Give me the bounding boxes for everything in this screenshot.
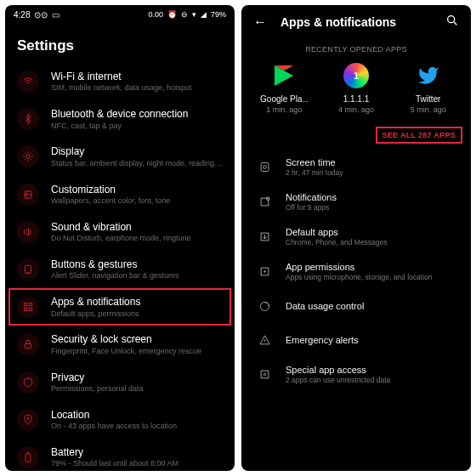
item-title: Location: [51, 409, 223, 421]
settings-item-customization[interactable]: CustomizationWallpapers, accent color, f…: [8, 176, 231, 213]
item-title: Buttons & gestures: [51, 258, 223, 270]
app-name: Google Pla‥: [254, 94, 314, 104]
settings-item-location[interactable]: LocationOn - 43 apps have access to loca…: [8, 401, 231, 439]
app-time: 5 min. ago: [399, 105, 458, 114]
settings-item-buttons[interactable]: Buttons & gesturesAlert Slider, navigati…: [8, 251, 231, 288]
sub-title: Emergency alerts: [286, 335, 457, 345]
item-title: Sound & vibration: [51, 221, 223, 233]
svg-rect-9: [26, 454, 31, 462]
battery-icon: [17, 446, 39, 468]
see-all-apps-button[interactable]: SEE ALL 287 APPS: [377, 128, 462, 142]
card-icon: ▭: [52, 10, 60, 20]
sub-title: Data usage control: [286, 301, 457, 311]
special-access-icon: [255, 366, 274, 384]
item-title: Bluetooth & device connection: [51, 108, 223, 120]
data-usage-icon: [255, 297, 274, 315]
sub-sub: Off for 5 apps: [286, 203, 457, 212]
svg-point-11: [448, 16, 455, 23]
svg-rect-7: [26, 344, 31, 348]
sub-title: Screen time: [286, 157, 457, 167]
item-title: Security & lock screen: [51, 333, 223, 345]
item-sub: Do Not Disturb, earphone mode, ringtone: [51, 234, 223, 243]
item-sub: Status bar, ambient display, night mode,…: [51, 159, 223, 168]
svg-rect-3: [24, 303, 27, 307]
screen-time-icon: [255, 158, 274, 177]
sub-sub: 2 hr, 47 min today: [286, 168, 457, 177]
sub-title: Notifications: [286, 192, 457, 202]
wifi-icon: ▾: [192, 10, 196, 19]
settings-item-security[interactable]: Security & lock screenFingerprint, Face …: [8, 326, 231, 363]
item-title: Display: [51, 145, 223, 157]
wifi-icon: [17, 71, 39, 93]
notifications-icon: [255, 193, 274, 212]
display-icon: [17, 145, 39, 167]
sub-item-notifications[interactable]: NotificationsOff for 5 apps: [246, 184, 466, 219]
apps-icon: [17, 296, 39, 318]
settings-item-display[interactable]: DisplayStatus bar, ambient display, nigh…: [8, 138, 231, 175]
recent-app-twitter[interactable]: Twitter 5 min. ago: [399, 62, 458, 114]
voicemail-icon: ⊙⊙: [34, 10, 48, 20]
settings-item-battery[interactable]: Battery79% - Should last until about 8:0…: [8, 439, 231, 471]
item-sub: 79% - Should last until about 8:00 AM: [51, 459, 223, 468]
sub-item-app-permissions[interactable]: App permissionsApps using microphone, st…: [246, 254, 466, 289]
emergency-icon: [255, 331, 274, 349]
item-sub: Fingerprint, Face Unlock, emergency resc…: [51, 347, 223, 356]
sub-item-special-access[interactable]: Special app access2 apps can use unrestr…: [246, 357, 466, 392]
bluetooth-icon: [17, 108, 39, 130]
lock-icon: [17, 333, 39, 355]
svg-rect-6: [29, 308, 32, 311]
recent-app-play[interactable]: Google Pla‥ 1 min. ago: [254, 62, 314, 114]
dnd-icon: ⊖: [181, 10, 188, 19]
recent-app-1111[interactable]: 1 1.1.1.1 4 min. ago: [326, 62, 386, 114]
search-icon[interactable]: [445, 14, 459, 30]
status-bar: 4:28 ⊙⊙ ▭ 0.00 ⏰ ⊖ ▾ ◢ 79%: [5, 5, 235, 24]
location-icon: [17, 409, 39, 431]
customization-icon: [17, 184, 39, 206]
settings-item-wifi[interactable]: Wi-Fi & internetSIM, mobile network, dat…: [8, 63, 231, 100]
header: ← Apps & notifications: [241, 5, 471, 38]
svg-rect-14: [261, 198, 269, 206]
svg-rect-19: [261, 371, 269, 378]
privacy-icon: [17, 371, 39, 394]
settings-item-apps[interactable]: Apps & notificationsDefault apps, permis…: [8, 288, 231, 326]
item-title: Wi-Fi & internet: [51, 71, 223, 82]
item-sub: Default apps, permissions: [51, 309, 223, 319]
settings-item-bluetooth[interactable]: Bluetooth & device connectionNFC, cast, …: [8, 100, 231, 138]
permissions-icon: [255, 263, 274, 281]
default-apps-icon: [255, 228, 274, 246]
recent-apps: Google Pla‥ 1 min. ago 1 1.1.1.1 4 min. …: [241, 59, 471, 122]
sub-sub: Chrome, Phone, and Messages: [286, 238, 457, 246]
cloudflare-1111-icon: 1: [343, 62, 370, 89]
item-title: Battery: [51, 446, 223, 458]
twitter-icon: [415, 62, 442, 89]
settings-item-privacy[interactable]: PrivacyPermissions, personal data: [8, 364, 231, 401]
item-sub: NFC, cast, tap & pay: [51, 122, 223, 131]
item-sub: SIM, mobile network, data usage, hotspot: [51, 83, 223, 93]
sub-item-screen-time[interactable]: Screen time2 hr, 47 min today: [246, 150, 466, 184]
settings-item-sound[interactable]: Sound & vibrationDo Not Disturb, earphon…: [8, 213, 231, 251]
svg-point-13: [263, 166, 266, 169]
sub-title: Default apps: [286, 227, 457, 237]
back-icon[interactable]: ←: [253, 14, 267, 30]
item-title: Apps & notifications: [51, 296, 223, 308]
buttons-icon: [17, 258, 39, 280]
sub-item-emergency[interactable]: Emergency alerts: [246, 323, 466, 357]
sub-item-data-usage[interactable]: Data usage control: [246, 289, 466, 323]
app-name: 1.1.1.1: [326, 94, 386, 104]
sub-sub: Apps using microphone, storage, and loca…: [286, 273, 457, 281]
phone-apps-notifications: ← Apps & notifications RECENTLY OPENED A…: [241, 5, 471, 471]
sub-title: Special app access: [286, 365, 457, 375]
item-sub: Alert Slider, navigation bar & gestures: [51, 271, 223, 280]
svg-point-20: [264, 373, 266, 376]
app-time: 1 min. ago: [254, 105, 314, 114]
net-speed: 0.00: [148, 10, 163, 19]
status-time: 4:28: [14, 10, 30, 20]
svg-point-8: [27, 417, 29, 419]
app-name: Twitter: [399, 94, 458, 104]
svg-rect-5: [24, 308, 27, 311]
item-sub: Wallpapers, accent color, font, tone: [51, 196, 223, 206]
settings-list: Wi-Fi & internetSIM, mobile network, dat…: [5, 63, 235, 471]
svg-rect-4: [29, 303, 32, 307]
sub-sub: 2 apps can use unrestricted data: [286, 376, 457, 384]
sub-item-default-apps[interactable]: Default appsChrome, Phone, and Messages: [246, 219, 466, 254]
